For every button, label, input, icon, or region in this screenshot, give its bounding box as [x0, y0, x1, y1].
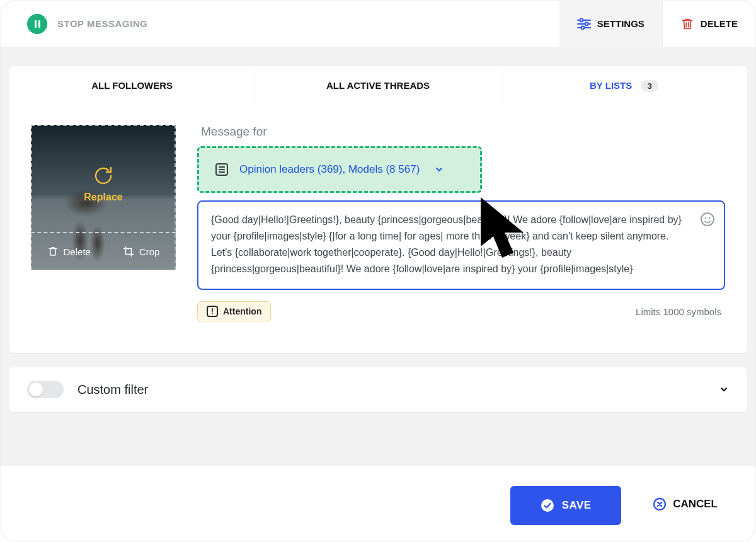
tabs: ALL FOLLOWERS ALL ACTIVE THREADS BY LIST…: [9, 66, 747, 106]
attention-label: Attention: [223, 306, 261, 316]
lists-dropdown[interactable]: Opinion leaders (369), Models (8 567): [197, 146, 482, 193]
limits-text: Limits 1000 symbols: [636, 306, 721, 317]
thumb-crop-label: Crop: [139, 246, 160, 257]
tab-label: ALL FOLLOWERS: [91, 80, 173, 91]
lists-dropdown-value: Opinion leaders (369), Models (8 567): [239, 163, 420, 176]
svg-point-2: [581, 26, 584, 29]
settings-button[interactable]: SETTINGS: [559, 1, 663, 47]
alert-icon: !: [207, 306, 218, 317]
replace-label: Replace: [84, 192, 122, 202]
replace-icon: [93, 165, 114, 187]
replace-button[interactable]: Replace: [31, 165, 176, 203]
thumb-delete-button[interactable]: Delete: [47, 246, 91, 257]
stop-messaging-label: STOP MESSAGING: [57, 18, 147, 29]
image-preview: Replace Delete Crop: [31, 125, 176, 270]
svg-point-4: [705, 217, 706, 219]
tab-count-badge: 3: [641, 80, 658, 92]
cancel-label: CANCEL: [673, 498, 718, 510]
custom-filter-toggle[interactable]: [27, 381, 64, 398]
cancel-button[interactable]: CANCEL: [653, 486, 718, 511]
settings-label: SETTINGS: [597, 18, 644, 29]
svg-point-1: [585, 22, 588, 25]
thumb-delete-label: Delete: [64, 246, 91, 257]
trash-icon: [47, 246, 59, 257]
main-card: ALL FOLLOWERS ALL ACTIVE THREADS BY LIST…: [9, 66, 747, 353]
svg-point-3: [701, 213, 714, 226]
svg-point-6: [541, 499, 554, 512]
stop-messaging-button[interactable]: STOP MESSAGING: [27, 14, 147, 34]
attention-badge[interactable]: ! Attention: [197, 301, 271, 321]
tab-all-active-threads[interactable]: ALL ACTIVE THREADS: [255, 66, 501, 106]
tab-by-lists[interactable]: BY LISTS 3: [501, 66, 747, 106]
chevron-down-icon: [435, 165, 444, 174]
chevron-down-icon[interactable]: [719, 384, 729, 395]
save-label: SAVE: [562, 499, 592, 512]
tab-all-followers[interactable]: ALL FOLLOWERS: [9, 66, 255, 106]
custom-filter-card: Custom filter: [9, 367, 747, 412]
crop-icon: [123, 246, 134, 257]
check-circle-icon: [541, 499, 554, 512]
delete-label: DELETE: [701, 18, 738, 29]
emoji-button[interactable]: [700, 210, 715, 227]
tab-label: ALL ACTIVE THREADS: [326, 80, 430, 91]
thumb-toolbar: Delete Crop: [31, 233, 176, 270]
list-icon: [215, 163, 228, 176]
smile-icon: [700, 212, 715, 227]
tab-label: BY LISTS: [590, 80, 632, 91]
trash-icon: [680, 17, 694, 31]
thumb-crop-button[interactable]: Crop: [123, 246, 160, 257]
footer: SAVE CANCEL: [1, 466, 755, 541]
sliders-icon: [577, 18, 591, 30]
message-text: {Good day|Hello!|Greetings!}, beauty {pr…: [211, 214, 682, 274]
message-for-label: Message for: [201, 125, 725, 139]
save-button[interactable]: SAVE: [510, 486, 621, 525]
topbar: STOP MESSAGING SETTINGS DELETE: [1, 1, 755, 47]
message-textarea[interactable]: {Good day|Hello!|Greetings!}, beauty {pr…: [197, 200, 725, 290]
svg-point-0: [580, 18, 583, 21]
pause-icon: [27, 14, 47, 34]
topbar-actions: SETTINGS DELETE: [559, 1, 755, 47]
editor: Message for Opinion leaders (369), Model…: [197, 125, 725, 321]
close-circle-icon: [653, 497, 667, 511]
svg-point-5: [709, 217, 710, 219]
custom-filter-label: Custom filter: [77, 383, 148, 397]
delete-button[interactable]: DELETE: [663, 1, 755, 47]
